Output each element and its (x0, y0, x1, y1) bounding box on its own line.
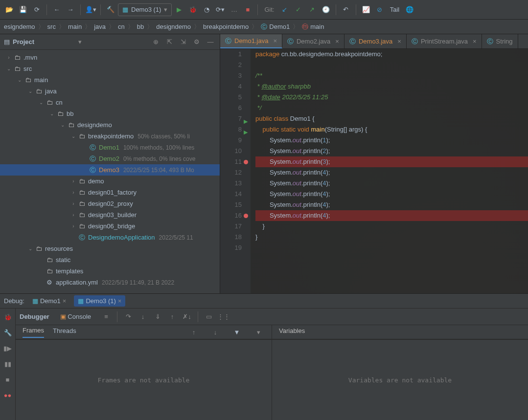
gear-icon[interactable]: ⚙ (191, 37, 202, 47)
coverage-icon[interactable]: ◔ (200, 3, 213, 16)
editor-tab[interactable]: ⒸDemo3.java× (344, 34, 407, 48)
console-tab[interactable]: ▣ Console (60, 313, 91, 320)
undo-icon[interactable]: ↶ (340, 3, 352, 16)
more-icon[interactable]: ▾ (252, 326, 265, 338)
resume-icon[interactable]: ▮▶ (1, 342, 14, 354)
bc-item[interactable]: java (94, 23, 106, 30)
breakpoints-icon[interactable]: ●● (1, 389, 14, 401)
build-icon[interactable]: 🔨 (104, 3, 117, 16)
stop-icon[interactable]: ■ (1, 373, 14, 386)
step-into-icon[interactable]: ↓ (137, 310, 149, 323)
tree-row[interactable]: ⒸDemo20% methods, 0% lines cove (0, 153, 220, 164)
tree-row[interactable]: ⌄🗀main (0, 74, 220, 86)
chevron-down-icon[interactable]: ▾ (78, 38, 82, 45)
tree-row[interactable]: ⚙application.yml2022/5/19 11:49, 21 B 20… (0, 277, 220, 288)
expand-icon[interactable]: ⇱ (164, 37, 175, 47)
tree-row[interactable]: ⌄🗀designdemo (0, 119, 220, 131)
git-update-icon[interactable]: ↙ (278, 3, 291, 16)
debug-session-tab[interactable]: ▦ Demo1 × (28, 295, 70, 307)
trace-icon[interactable]: ⋮⋮ (217, 310, 230, 323)
evaluate-icon[interactable]: ▭ (203, 310, 215, 323)
attach-icon[interactable]: … (228, 3, 240, 16)
bc-item[interactable]: designdemo (156, 23, 191, 30)
tree-row[interactable]: ⒸDemo32022/5/25 15:04, 493 B Mo (0, 164, 220, 176)
down-icon[interactable]: ↓ (209, 326, 222, 338)
bc-item[interactable]: bb (137, 23, 144, 30)
up-icon[interactable]: ↑ (187, 326, 200, 338)
hide-icon[interactable]: — (205, 37, 216, 47)
tree-row[interactable]: ⌄🗀cn (0, 97, 220, 108)
editor-tab[interactable]: ⒸPrintStream.java× (407, 34, 482, 48)
filter-icon[interactable]: ▼ (230, 326, 243, 338)
variables-tab[interactable]: Variables (279, 327, 305, 337)
code-area[interactable]: 1234567▶8▶910111213141516171819 package … (220, 49, 528, 293)
editor-tab[interactable]: ⒸDemo1.java× (220, 34, 282, 48)
tree-row[interactable]: ›🗀design01_factory (0, 187, 220, 198)
tree-row[interactable]: ⒸDesigndemoApplication2022/5/25 11 (0, 232, 220, 243)
tree-row[interactable]: ⌄🗀bb (0, 108, 220, 119)
threads-tab[interactable]: Threads (53, 327, 76, 337)
bc-item[interactable]: src (47, 23, 56, 30)
profile-icon[interactable]: ⟳▾ (214, 3, 227, 16)
project-tree[interactable]: ›🗀.mvn⌄🗀src⌄🗀main⌄🗀java⌄🗀cn⌄🗀bb⌄🗀designd… (0, 50, 220, 293)
project-view-icon[interactable]: ▤ (4, 38, 10, 45)
project-panel-header: ▤ Project ▾ ⊕ ⇱ ⇲ ⚙ — (0, 34, 220, 50)
bc-item[interactable]: main (68, 23, 82, 30)
tree-row[interactable]: ›🗀demo (0, 176, 220, 187)
refresh-icon[interactable]: ⟳ (30, 3, 43, 16)
tree-row[interactable]: ⒸDemo1100% methods, 100% lines (0, 142, 220, 153)
layout-icon[interactable]: ≡ (100, 310, 113, 323)
tree-row[interactable]: ›🗀design02_proxy (0, 198, 220, 209)
bc-item[interactable]: Ⓒ Demo1 (261, 22, 290, 31)
git-history-icon[interactable]: 🕘 (320, 3, 332, 16)
step-out-icon[interactable]: ↑ (166, 310, 179, 323)
bc-item[interactable]: breakpointdemo (203, 23, 249, 30)
git-push-icon[interactable]: ↗ (306, 3, 319, 16)
breadcrumb: esigndemo〉 src〉 main〉 java〉 cn〉 bb〉 desi… (0, 20, 528, 34)
gutter[interactable]: 1234567▶8▶910111213141516171819 (220, 49, 251, 293)
tree-row[interactable]: ⌄🗀breakpointdemo50% classes, 50% li (0, 131, 220, 142)
tree-row[interactable]: 🗀templates (0, 265, 220, 277)
git-commit-icon[interactable]: ✓ (292, 3, 305, 16)
tree-row[interactable]: ›🗀design06_bridge (0, 221, 220, 232)
step-over-icon[interactable]: ↷ (122, 310, 135, 323)
tree-row[interactable]: ⌄🗀java (0, 86, 220, 97)
pause-icon[interactable]: ▮▮ (1, 357, 14, 370)
tree-row[interactable]: ⌄🗀resources (0, 243, 220, 254)
forward-icon[interactable]: → (64, 3, 77, 16)
editor-panel: ⒸDemo1.java×ⒸDemo2.java×ⒸDemo3.java×ⒸPri… (220, 34, 528, 293)
code[interactable]: package cn.bb.designdemo.breakpointdemo;… (251, 49, 528, 293)
tree-row[interactable]: 🗀static (0, 254, 220, 265)
back-icon[interactable]: ← (50, 3, 63, 16)
project-panel: ▤ Project ▾ ⊕ ⇱ ⇲ ⚙ — ›🗀.mvn⌄🗀src⌄🗀main⌄… (0, 34, 220, 293)
locate-icon[interactable]: ⊕ (150, 37, 161, 47)
force-step-icon[interactable]: ⇓ (151, 310, 164, 323)
debugger-tab[interactable]: Debugger (20, 313, 49, 320)
open-icon[interactable]: 📂 (3, 3, 16, 16)
editor-tab[interactable]: ⒸString (482, 34, 518, 48)
tree-row[interactable]: ›🗀design03_builder (0, 209, 220, 221)
frames-empty: Frames are not available (16, 340, 272, 420)
debug-icon[interactable]: 🐞 (186, 3, 199, 16)
save-icon[interactable]: 💾 (17, 3, 29, 16)
chart-icon[interactable]: 📈 (360, 3, 372, 16)
collapse-icon[interactable]: ⇲ (178, 37, 188, 47)
rerun-icon[interactable]: 🐞 (1, 310, 14, 323)
block-icon[interactable]: ⊘ (373, 3, 386, 16)
run-config-combo[interactable]: ▦ Demo3 (1) ▾ (118, 3, 172, 16)
avatar-icon[interactable]: 👤▾ (84, 3, 97, 16)
bc-item[interactable]: esigndemo (4, 23, 35, 30)
editor-tab[interactable]: ⒸDemo2.java× (282, 34, 344, 48)
run-icon[interactable]: ▶ (173, 3, 185, 16)
frames-tab[interactable]: Frames (23, 327, 44, 338)
drop-frame-icon[interactable]: ✗↓ (181, 310, 193, 323)
project-title: Project (13, 38, 75, 45)
bc-item[interactable]: ⓜ main (302, 22, 324, 31)
debug-session-tab[interactable]: ▦ Demo3 (1) × (74, 295, 125, 307)
tree-row[interactable]: ›🗀.mvn (0, 52, 220, 63)
bc-item[interactable]: cn (118, 23, 125, 30)
translate-icon[interactable]: 🌐 (403, 3, 416, 16)
stop-icon[interactable]: ■ (241, 3, 254, 16)
modify-icon[interactable]: 🔧 (1, 326, 14, 339)
tree-row[interactable]: ⌄🗀src (0, 63, 220, 74)
